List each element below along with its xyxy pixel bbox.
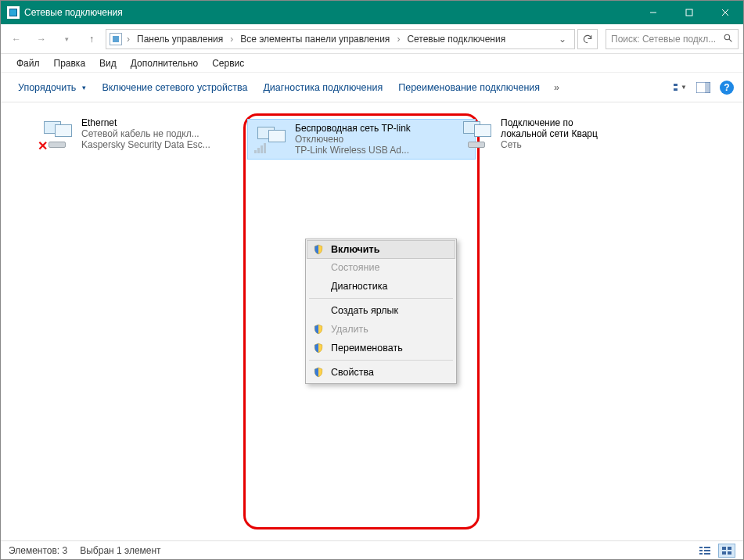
window-icon [7, 6, 20, 19]
rename-button[interactable]: Переименование подключения [390, 79, 548, 96]
menu-view[interactable]: Вид [93, 56, 123, 70]
menu-bar: Файл Правка Вид Дополнительно Сервис [1, 54, 743, 73]
content-pane: ✕ Ethernet Сетевой кабель не подкл... Ka… [1, 102, 743, 540]
shield-icon [312, 243, 325, 256]
svg-rect-21 [728, 551, 731, 555]
svg-rect-19 [728, 547, 731, 550]
shield-icon [312, 366, 325, 379]
svg-rect-17 [704, 553, 710, 555]
ctx-create-shortcut[interactable]: Создать ярлык [307, 301, 455, 320]
context-menu: Включить Состояние Диагностика Создать я… [305, 239, 457, 384]
connection-device: TP-Link Wireless USB Ad... [295, 145, 411, 156]
svg-line-5 [729, 39, 731, 41]
status-bar: Элементов: 3 Выбран 1 элемент [1, 540, 743, 559]
preview-pane-button[interactable] [696, 81, 710, 95]
minimize-button[interactable] [635, 1, 671, 24]
menu-edit[interactable]: Правка [48, 56, 92, 70]
breadcrumb-root[interactable]: Панель управления [135, 34, 225, 45]
svg-rect-14 [699, 553, 703, 555]
svg-rect-7 [674, 88, 678, 91]
back-button[interactable]: ← [5, 28, 27, 50]
close-button[interactable] [707, 1, 743, 24]
connection-name: Беспроводная сеть TP-link [295, 123, 411, 134]
connection-item-lan[interactable]: Подключение по локальной сети Кварц Сеть [453, 113, 649, 529]
recent-button[interactable]: ▾ [56, 28, 77, 50]
ctx-enable-label: Включить [331, 244, 379, 255]
title-bar: Сетевые подключения [1, 1, 743, 24]
ctx-properties[interactable]: Свойства [307, 363, 455, 382]
adapter-icon: ✕ [39, 117, 77, 150]
shield-icon [312, 342, 325, 354]
svg-rect-1 [686, 9, 692, 16]
nav-bar: ← → ▾ ↑ Панель управления Все элементы п… [1, 24, 743, 54]
connection-item-wireless[interactable]: Беспроводная сеть TP-link Отключено TP-L… [247, 119, 476, 160]
enable-device-button[interactable]: Включение сетевого устройства [94, 79, 255, 96]
connection-status: Сеть [501, 139, 598, 150]
view-options-button[interactable]: ▼ [673, 81, 687, 95]
connection-status: Отключено [295, 134, 411, 145]
ctx-diagnostics[interactable]: Диагностика [307, 277, 455, 296]
forward-button: → [31, 28, 52, 50]
search-box[interactable]: Поиск: Сетевые подкл... [606, 29, 739, 49]
menu-file[interactable]: Файл [10, 56, 46, 70]
connection-item-ethernet[interactable]: ✕ Ethernet Сетевой кабель не подкл... Ka… [34, 113, 229, 529]
address-bar[interactable]: Панель управления Все элементы панели уп… [106, 29, 575, 49]
error-x-icon: ✕ [38, 138, 49, 149]
maximize-button[interactable] [671, 1, 707, 24]
svg-rect-13 [699, 550, 703, 551]
breadcrumb-leaf[interactable]: Сетевые подключения [404, 34, 508, 45]
breadcrumb-sep [228, 34, 235, 45]
diagnose-button[interactable]: Диагностика подключения [255, 79, 390, 96]
ctx-status: Состояние [307, 258, 455, 277]
wifi-bars-icon [254, 143, 266, 153]
connection-name-line2: локальной сети Кварц [501, 128, 598, 139]
connection-device: Kaspersky Security Data Esc... [81, 139, 210, 150]
breadcrumb-sep [395, 34, 401, 45]
refresh-button[interactable] [577, 29, 598, 49]
status-selected: Выбран 1 элемент [80, 545, 160, 556]
commands-overflow[interactable]: » [548, 79, 566, 96]
search-icon [723, 33, 733, 45]
address-dropdown[interactable]: ⌄ [554, 34, 571, 45]
svg-point-4 [724, 34, 730, 40]
svg-rect-11 [705, 82, 710, 93]
connection-name-line1: Подключение по [501, 117, 598, 128]
menu-advanced[interactable]: Дополнительно [124, 56, 204, 70]
ctx-delete: Удалить [307, 320, 455, 339]
status-count: Элементов: 3 [9, 545, 67, 556]
search-placeholder: Поиск: Сетевые подкл... [611, 34, 718, 45]
organize-button[interactable]: Упорядочить [10, 79, 94, 96]
svg-rect-6 [674, 84, 678, 86]
large-icons-view-button[interactable] [718, 544, 735, 558]
menu-service[interactable]: Сервис [206, 56, 250, 70]
command-bar: Упорядочить Включение сетевого устройств… [1, 73, 743, 102]
help-button[interactable]: ? [720, 81, 734, 95]
connection-status: Сетевой кабель не подкл... [81, 128, 210, 139]
breadcrumb-mid[interactable]: Все элементы панели управления [238, 34, 392, 45]
ctx-enable[interactable]: Включить [307, 240, 455, 259]
ctx-rename[interactable]: Переименовать [307, 339, 455, 357]
connection-name: Ethernet [81, 117, 210, 128]
details-view-button[interactable] [696, 544, 713, 558]
shield-icon [312, 323, 325, 336]
location-icon [110, 33, 122, 45]
up-button[interactable]: ↑ [81, 28, 102, 50]
breadcrumb-sep [125, 34, 131, 45]
adapter-icon [458, 117, 496, 150]
svg-rect-20 [722, 551, 726, 555]
svg-rect-18 [722, 547, 726, 550]
window-title: Сетевые подключения [24, 7, 123, 18]
adapter-icon [253, 123, 290, 156]
svg-rect-15 [704, 547, 710, 548]
svg-rect-12 [699, 547, 703, 548]
svg-rect-16 [704, 550, 710, 551]
